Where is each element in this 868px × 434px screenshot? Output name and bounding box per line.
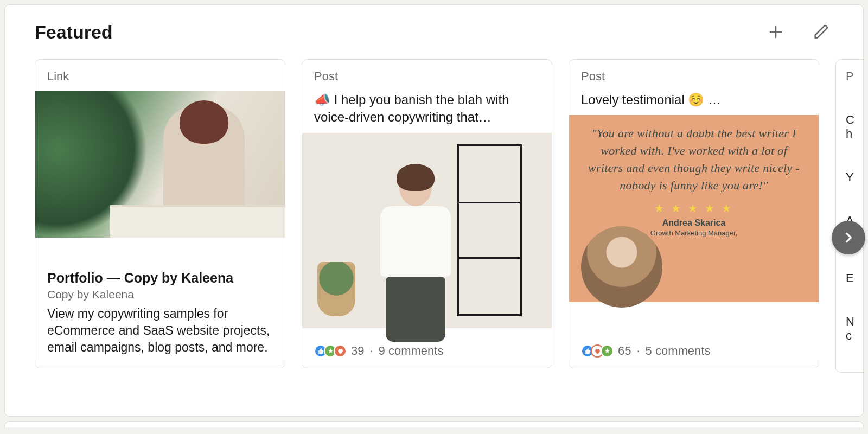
testimonial-quote: "You are without a doubt the best writer… bbox=[584, 125, 803, 194]
plus-icon bbox=[768, 24, 784, 40]
testimonial-graphic: "You are without a doubt the best writer… bbox=[569, 115, 819, 302]
star-rating-icon: ★ ★ ★ ★ ★ bbox=[584, 202, 803, 215]
chevron-right-icon bbox=[841, 231, 856, 245]
peek-text: N bbox=[846, 315, 863, 329]
peek-text: Y bbox=[846, 170, 863, 184]
peek-text: c bbox=[846, 329, 863, 343]
stats-separator: · bbox=[636, 344, 640, 358]
reactions[interactable] bbox=[314, 344, 347, 358]
reactions[interactable] bbox=[581, 344, 614, 358]
post-stats: 65 · 5 comments bbox=[569, 336, 819, 368]
featured-section: Featured Link Portfolio — Copy by Kaleen… bbox=[4, 4, 864, 417]
stats-separator: · bbox=[369, 344, 373, 358]
card-type-label: Post bbox=[569, 60, 819, 91]
link-meta: Portfolio — Copy by Kaleena Copy by Kale… bbox=[35, 263, 285, 368]
comments-link[interactable]: 5 comments bbox=[646, 344, 711, 358]
header-actions bbox=[764, 20, 833, 44]
link-description: View my copywriting samples for eCommerc… bbox=[47, 305, 273, 356]
reaction-count[interactable]: 39 bbox=[351, 344, 364, 358]
post-headline: 📣 I help you banish the blah with voice-… bbox=[302, 91, 552, 133]
reaction-count[interactable]: 65 bbox=[618, 344, 631, 358]
card-image bbox=[302, 133, 552, 336]
card-type-label: P bbox=[846, 69, 863, 84]
featured-card-link[interactable]: Link Portfolio — Copy by Kaleena Copy by… bbox=[35, 59, 285, 368]
cards-row: Link Portfolio — Copy by Kaleena Copy by… bbox=[5, 59, 863, 373]
featured-card-post[interactable]: Post 📣 I help you banish the blah with v… bbox=[302, 59, 552, 368]
love-icon bbox=[334, 344, 347, 358]
link-title: Portfolio — Copy by Kaleena bbox=[47, 270, 273, 286]
next-section-top bbox=[4, 421, 864, 427]
post-thumbnail-image bbox=[302, 133, 552, 328]
peek-text: C bbox=[846, 113, 863, 127]
pencil-icon bbox=[813, 24, 829, 40]
section-title: Featured bbox=[35, 22, 113, 43]
peek-text: E bbox=[846, 271, 863, 285]
card-image: "You are without a doubt the best writer… bbox=[569, 115, 819, 336]
avatar bbox=[581, 226, 662, 308]
celebrate-icon bbox=[601, 344, 614, 358]
comments-link[interactable]: 9 comments bbox=[379, 344, 444, 358]
portfolio-thumbnail-image bbox=[35, 91, 285, 238]
section-header: Featured bbox=[5, 20, 863, 59]
peek-text: h bbox=[846, 127, 863, 141]
post-headline: Lovely testimonial ☺️ … bbox=[569, 91, 819, 115]
card-type-label: Post bbox=[302, 60, 552, 91]
featured-card-peek[interactable]: P C h Y A r E N c bbox=[835, 59, 863, 373]
edit-button[interactable] bbox=[809, 20, 833, 44]
add-button[interactable] bbox=[764, 20, 788, 44]
featured-card-post[interactable]: Post Lovely testimonial ☺️ … "You are wi… bbox=[569, 59, 819, 368]
carousel-next-button[interactable] bbox=[832, 221, 865, 254]
link-source: Copy by Kaleena bbox=[47, 288, 273, 301]
card-image bbox=[35, 91, 285, 263]
card-type-label: Link bbox=[35, 60, 285, 91]
